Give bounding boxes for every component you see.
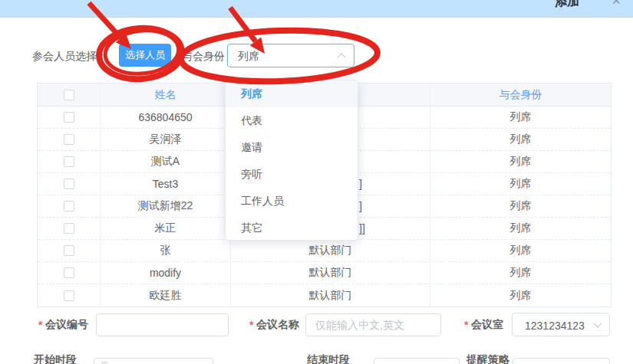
participant-select-label: 参会人员选择： bbox=[32, 50, 107, 64]
identity-cell: 列席 bbox=[430, 173, 611, 195]
identity-cell: 列席 bbox=[430, 195, 611, 217]
row-checkbox[interactable] bbox=[64, 156, 74, 167]
row-checkbox[interactable] bbox=[64, 201, 74, 212]
dialog-title: 添加 bbox=[555, 0, 579, 10]
dept-cell: 默认部门 bbox=[231, 284, 430, 307]
chevron-down-icon bbox=[593, 319, 602, 327]
name-cell: 米正 bbox=[101, 218, 231, 239]
name-cell: 636804650 bbox=[101, 107, 231, 128]
dept-cell: 默认部门 bbox=[231, 262, 430, 284]
meeting-room-value: 1231234123 bbox=[525, 320, 585, 332]
dept-cell: 默认部门 bbox=[231, 240, 430, 261]
identity-column-header: 与会身份 bbox=[430, 84, 611, 106]
identity-cell: 列席 bbox=[430, 151, 611, 172]
identity-cell: 列席 bbox=[430, 129, 611, 150]
row-checkbox[interactable] bbox=[64, 179, 74, 189]
name-cell: 欧廷胜 bbox=[101, 284, 231, 307]
identity-cell: 列席 bbox=[430, 107, 611, 128]
name-cell: 测试新增22 bbox=[101, 195, 231, 217]
name-cell: Test3 bbox=[101, 173, 231, 195]
dropdown-option[interactable]: 工作人员 bbox=[226, 188, 358, 215]
name-cell: 吴润泽 bbox=[101, 129, 231, 150]
dropdown-option[interactable]: 其它 bbox=[226, 215, 358, 241]
remind-policy-input[interactable] bbox=[513, 358, 610, 364]
meeting-no-label: 会议编号 bbox=[45, 318, 88, 332]
identity-label: 与会身份 bbox=[182, 50, 225, 64]
required-marker: * bbox=[38, 319, 42, 331]
meeting-no-input[interactable] bbox=[96, 313, 229, 336]
table-row: 张 默认部门 列席 bbox=[38, 240, 611, 262]
start-time-label: 开始时段 bbox=[34, 353, 77, 364]
identity-cell: 列席 bbox=[430, 240, 611, 261]
identity-cell: 列席 bbox=[430, 262, 611, 284]
meeting-name-label: 会议名称 bbox=[256, 318, 299, 332]
name-cell: 测试A bbox=[101, 151, 231, 172]
select-all-checkbox[interactable] bbox=[64, 90, 74, 100]
end-time-input[interactable] bbox=[374, 358, 460, 364]
required-marker: * bbox=[464, 319, 468, 331]
select-people-button[interactable]: 选择人员 bbox=[119, 44, 171, 67]
dropdown-option[interactable]: 旁听 bbox=[226, 161, 358, 188]
close-icon[interactable]: ✕ bbox=[612, 0, 621, 8]
dropdown-option[interactable]: 邀请 bbox=[226, 134, 358, 161]
row-checkbox[interactable] bbox=[64, 134, 74, 145]
meeting-room-select[interactable]: 1231234123 bbox=[512, 313, 610, 336]
required-marker: * bbox=[249, 319, 253, 331]
identity-cell: 列席 bbox=[430, 284, 611, 307]
identity-select[interactable]: 列席 bbox=[227, 44, 354, 67]
identity-dropdown-panel: 列席 代表 邀请 旁听 工作人员 其它 bbox=[225, 80, 358, 241]
identity-cell: 列席 bbox=[430, 218, 611, 239]
end-time-label: 结束时段 bbox=[307, 353, 350, 364]
name-cell: 张 bbox=[101, 240, 231, 261]
row-checkbox[interactable] bbox=[64, 223, 74, 234]
remind-policy-label: 提醒策略 bbox=[467, 353, 509, 364]
dropdown-option[interactable]: 代表 bbox=[226, 107, 358, 134]
table-row: modify 默认部门 列席 bbox=[38, 262, 611, 284]
meeting-room-label: 会议室 bbox=[471, 318, 503, 332]
dialog-titlebar: 添加 ✕ bbox=[0, 0, 633, 18]
row-checkbox[interactable] bbox=[64, 112, 74, 123]
row-checkbox[interactable] bbox=[64, 245, 74, 256]
row-checkbox[interactable] bbox=[64, 290, 74, 301]
start-time-input[interactable] bbox=[94, 358, 213, 364]
meeting-name-input[interactable] bbox=[305, 313, 441, 336]
table-row: 欧廷胜 默认部门 列席 bbox=[38, 284, 611, 307]
identity-select-value: 列席 bbox=[238, 50, 259, 64]
name-cell: modify bbox=[101, 262, 231, 284]
add-dialog: 添加 ✕ 参会人员选择： 选择人员 与会身份 列席 姓名 与会身份 636804… bbox=[0, 0, 633, 364]
row-checkbox[interactable] bbox=[64, 267, 74, 278]
name-column-header: 姓名 bbox=[101, 84, 231, 106]
chevron-up-icon bbox=[337, 53, 345, 61]
